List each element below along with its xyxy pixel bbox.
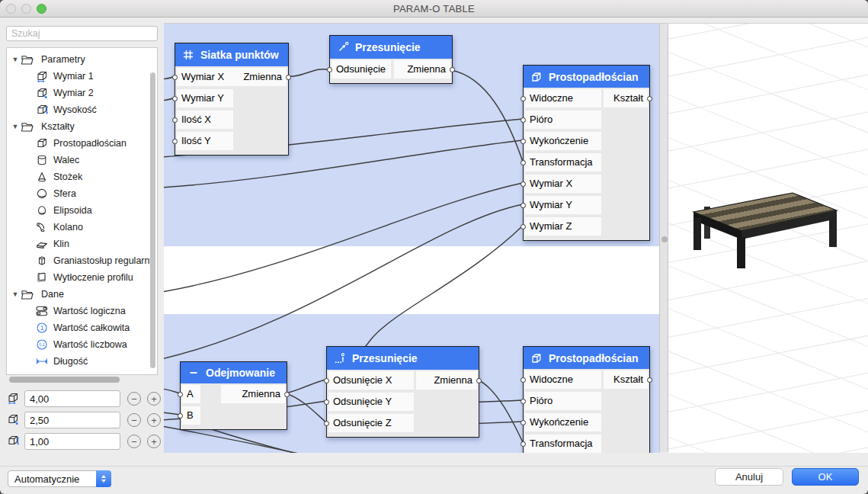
length-icon [36, 355, 48, 367]
input-connector[interactable] [178, 413, 183, 419]
node-prostopad-o-cian[interactable]: ProstopadłościanWidocznePióroWykończenie… [523, 346, 650, 453]
input-connector[interactable] [324, 421, 329, 426]
tree-horizontal-scrollbar[interactable] [9, 377, 120, 383]
disclosure-triangle[interactable]: ▼ [10, 56, 21, 63]
parameter-value-input[interactable] [24, 412, 120, 428]
tree-item-prostopad-o-cian[interactable]: Prostopadłościan [7, 135, 157, 152]
node-header[interactable]: Przesunięcie [327, 347, 479, 370]
input-connector[interactable] [520, 181, 526, 187]
update-mode-dropdown[interactable]: Automatycznie [8, 470, 111, 487]
input-connector[interactable] [520, 377, 526, 383]
output-connector[interactable] [284, 392, 290, 397]
input-port-wyko-czenie: Wykończenie [525, 413, 601, 431]
output-connector[interactable] [647, 377, 652, 383]
input-connector[interactable] [520, 160, 526, 165]
ellipsoid-icon [36, 204, 48, 217]
tree-item-parametry[interactable]: ▼Parametry [7, 51, 157, 68]
input-port-pi-ro: Pióro [525, 392, 601, 410]
input-connector[interactable] [324, 399, 329, 405]
output-connector[interactable] [647, 96, 652, 101]
input-connector[interactable] [520, 203, 526, 208]
input-connector[interactable] [520, 139, 526, 144]
tree-item-k-t[interactable]: Kąt [7, 370, 157, 375]
title-bar[interactable]: PARAM-O TABLE [0, 0, 868, 18]
input-connector[interactable] [172, 139, 178, 144]
input-connector[interactable] [327, 67, 332, 72]
node-siatka-punkt-w[interactable]: Siatka punktówWymiar XWymiar YIlość XIlo… [175, 43, 289, 156]
tree-item-label: Walec [53, 155, 79, 165]
tree-item-graniastos-up-regularny[interactable]: Graniastosłup regularny [7, 252, 157, 269]
tree-item-warto-logiczna[interactable]: Wartość logiczna [7, 303, 157, 319]
cube-white-icon [530, 71, 543, 83]
tree-item-elipsoida[interactable]: Elipsoida [7, 202, 157, 219]
input-connector[interactable] [324, 378, 329, 383]
input-port-wyko-czenie: Wykończenie [525, 132, 601, 150]
input-connector[interactable] [172, 117, 178, 123]
parameter-value-input[interactable] [24, 433, 120, 450]
3d-preview-panel[interactable] [668, 23, 868, 453]
node-title: Prostopadłościan [549, 71, 638, 83]
input-connector[interactable] [178, 392, 183, 397]
panel-divider[interactable] [659, 23, 668, 452]
tree-item-wymiar-1[interactable]: Wymiar 1 [7, 68, 157, 85]
output-connector[interactable] [476, 378, 482, 383]
input-port-odsuni-cie: Odsunięcie [332, 60, 391, 79]
tree-item-label: Dane [41, 289, 64, 300]
tree-item-warto-ca-kowita[interactable]: 1Wartość całkowita [7, 319, 157, 336]
input-connector[interactable] [520, 441, 526, 447]
input-port-a: A [182, 385, 200, 403]
node-header[interactable]: Prostopadłościan [524, 66, 649, 88]
disclosure-triangle[interactable]: ▼ [10, 290, 21, 298]
tree-item-sfera[interactable]: Sfera [7, 185, 157, 202]
tree-vertical-scrollbar[interactable] [150, 72, 155, 368]
node-przesuni-cie[interactable]: PrzesunięcieOdsunięcieZmienna [329, 35, 453, 84]
tree-item-wysoko[interactable]: Wysokość [7, 101, 157, 118]
cancel-button[interactable]: Anuluj [715, 468, 783, 486]
node-header[interactable]: Prostopadłościan [524, 347, 649, 369]
input-port-wymiar-z: Wymiar Z [525, 217, 601, 236]
ok-button[interactable]: OK [792, 468, 859, 486]
input-connector[interactable] [520, 420, 526, 425]
increment-button[interactable]: + [147, 413, 161, 427]
tree-item-walec[interactable]: Walec [7, 152, 157, 168]
input-connector[interactable] [172, 75, 178, 80]
output-connector[interactable] [450, 67, 455, 72]
search-input[interactable] [6, 26, 158, 41]
svg-text:1: 1 [40, 324, 44, 332]
parameter-value-input[interactable] [24, 390, 120, 407]
tree-item-dane[interactable]: ▼Dane [7, 286, 157, 303]
decrement-button[interactable]: − [127, 435, 141, 448]
input-connector[interactable] [520, 96, 526, 101]
grid-icon [182, 49, 194, 61]
cube-depth-icon [7, 413, 19, 425]
cone-icon [36, 171, 48, 183]
node-przesuni-cie[interactable]: PrzesunięcieOdsunięcie XOdsunięcie YOdsu… [326, 346, 479, 438]
node-header[interactable]: Przesunięcie [330, 36, 452, 59]
tree-item-wyt-oczenie-profilu[interactable]: Wytłoczenie profilu [7, 269, 157, 286]
tree-item-warto-liczbowa[interactable]: 0.1Wartość liczbowa [7, 336, 157, 353]
tree-item-wymiar-2[interactable]: Wymiar 2 [7, 85, 157, 101]
tree-item-klin[interactable]: Klin [7, 236, 157, 252]
input-connector[interactable] [172, 96, 178, 101]
increment-button[interactable]: + [147, 435, 161, 448]
node-odejmowanie[interactable]: OdejmowanieABZmienna [180, 361, 287, 430]
tree-item-label: Parametry [41, 54, 85, 65]
node-header[interactable]: Odejmowanie [181, 362, 287, 383]
input-connector[interactable] [520, 117, 526, 123]
disclosure-triangle[interactable]: ▼ [10, 123, 21, 130]
divider-handle[interactable] [661, 236, 668, 242]
node-prostopad-o-cian[interactable]: ProstopadłościanWidocznePióroWykończenie… [523, 65, 650, 241]
output-connector[interactable] [286, 75, 291, 80]
tree-item-d-ugo[interactable]: Długość [7, 353, 157, 370]
increment-button[interactable]: + [147, 392, 161, 406]
decrement-button[interactable]: − [127, 413, 141, 427]
tree-item-kolano[interactable]: Kolano [7, 219, 157, 236]
tree-item-kszta-ty[interactable]: ▼Kształty [7, 118, 157, 135]
decrement-button[interactable]: − [127, 392, 141, 406]
input-connector[interactable] [520, 224, 526, 229]
node-graph-canvas[interactable]: Siatka punktówWymiar XWymiar YIlość XIlo… [164, 23, 659, 453]
cube-white-icon [530, 352, 543, 364]
tree-item-sto-ek[interactable]: Stożek [7, 168, 157, 185]
node-header[interactable]: Siatka punktów [175, 43, 288, 66]
input-connector[interactable] [520, 399, 526, 404]
